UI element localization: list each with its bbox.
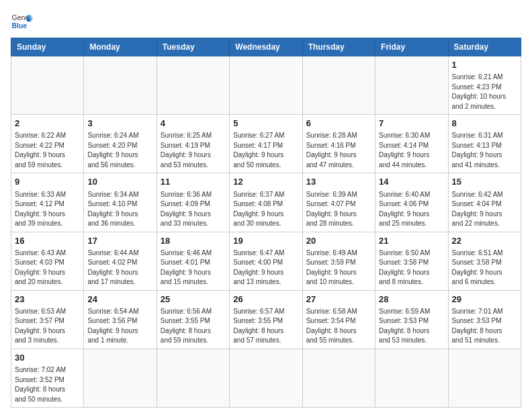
day-info: Sunrise: 6:44 AM Sunset: 4:02 PM Dayligh… bbox=[87, 248, 152, 287]
calendar-cell bbox=[11, 56, 84, 115]
calendar-cell: 27Sunrise: 6:58 AM Sunset: 3:54 PM Dayli… bbox=[302, 290, 375, 349]
weekday-header-saturday: Saturday bbox=[448, 38, 521, 56]
day-number: 13 bbox=[306, 176, 371, 188]
calendar-week-row: 2Sunrise: 6:22 AM Sunset: 4:22 PM Daylig… bbox=[11, 115, 521, 173]
day-info: Sunrise: 6:57 AM Sunset: 3:55 PM Dayligh… bbox=[233, 307, 298, 346]
day-number: 19 bbox=[233, 235, 298, 247]
day-number: 7 bbox=[379, 118, 444, 130]
calendar-cell: 5Sunrise: 6:27 AM Sunset: 4:17 PM Daylig… bbox=[230, 115, 302, 173]
calendar-cell bbox=[375, 349, 448, 407]
day-number: 24 bbox=[87, 293, 152, 306]
calendar-cell: 6Sunrise: 6:28 AM Sunset: 4:16 PM Daylig… bbox=[302, 115, 375, 173]
day-number: 23 bbox=[15, 293, 80, 306]
day-info: Sunrise: 7:01 AM Sunset: 3:53 PM Dayligh… bbox=[452, 307, 517, 346]
day-info: Sunrise: 6:33 AM Sunset: 4:12 PM Dayligh… bbox=[15, 190, 80, 229]
calendar-cell: 4Sunrise: 6:25 AM Sunset: 4:19 PM Daylig… bbox=[157, 115, 229, 173]
calendar-cell: 9Sunrise: 6:33 AM Sunset: 4:12 PM Daylig… bbox=[11, 173, 84, 232]
calendar-cell bbox=[448, 349, 521, 407]
calendar-week-row: 30Sunrise: 7:02 AM Sunset: 3:52 PM Dayli… bbox=[11, 349, 521, 407]
page-header: General Blue bbox=[11, 11, 521, 32]
weekday-header-monday: Monday bbox=[84, 38, 157, 56]
calendar-cell bbox=[84, 56, 157, 115]
day-number: 14 bbox=[379, 176, 444, 188]
calendar-cell: 25Sunrise: 6:56 AM Sunset: 3:55 PM Dayli… bbox=[157, 290, 229, 349]
day-info: Sunrise: 6:22 AM Sunset: 4:22 PM Dayligh… bbox=[15, 131, 80, 170]
day-number: 10 bbox=[87, 176, 152, 188]
calendar-cell: 13Sunrise: 6:39 AM Sunset: 4:07 PM Dayli… bbox=[302, 173, 375, 232]
day-info: Sunrise: 6:37 AM Sunset: 4:08 PM Dayligh… bbox=[233, 190, 298, 229]
calendar-cell bbox=[302, 56, 375, 115]
weekday-header-friday: Friday bbox=[375, 38, 448, 56]
day-number: 30 bbox=[15, 352, 80, 364]
calendar-cell: 14Sunrise: 6:40 AM Sunset: 4:06 PM Dayli… bbox=[375, 173, 448, 232]
day-info: Sunrise: 6:24 AM Sunset: 4:20 PM Dayligh… bbox=[87, 131, 152, 170]
logo-icon: General Blue bbox=[11, 11, 32, 32]
day-number: 9 bbox=[15, 176, 80, 188]
day-info: Sunrise: 6:21 AM Sunset: 4:23 PM Dayligh… bbox=[452, 73, 517, 111]
calendar-cell bbox=[230, 349, 302, 407]
day-number: 17 bbox=[87, 235, 152, 247]
calendar-cell: 20Sunrise: 6:49 AM Sunset: 3:59 PM Dayli… bbox=[302, 232, 375, 290]
calendar-cell: 1Sunrise: 6:21 AM Sunset: 4:23 PM Daylig… bbox=[448, 56, 521, 115]
calendar-cell: 19Sunrise: 6:47 AM Sunset: 4:00 PM Dayli… bbox=[230, 232, 302, 290]
calendar-cell: 10Sunrise: 6:34 AM Sunset: 4:10 PM Dayli… bbox=[84, 173, 157, 232]
day-info: Sunrise: 6:54 AM Sunset: 3:56 PM Dayligh… bbox=[87, 307, 152, 346]
calendar-cell: 30Sunrise: 7:02 AM Sunset: 3:52 PM Dayli… bbox=[11, 349, 84, 407]
day-number: 29 bbox=[452, 293, 517, 306]
calendar-cell: 7Sunrise: 6:30 AM Sunset: 4:14 PM Daylig… bbox=[375, 115, 448, 173]
day-info: Sunrise: 6:43 AM Sunset: 4:03 PM Dayligh… bbox=[15, 248, 80, 287]
calendar-cell: 22Sunrise: 6:51 AM Sunset: 3:58 PM Dayli… bbox=[448, 232, 521, 290]
day-info: Sunrise: 6:50 AM Sunset: 3:58 PM Dayligh… bbox=[379, 248, 444, 287]
day-number: 25 bbox=[161, 293, 226, 306]
day-info: Sunrise: 7:02 AM Sunset: 3:52 PM Dayligh… bbox=[15, 365, 80, 404]
calendar-cell: 2Sunrise: 6:22 AM Sunset: 4:22 PM Daylig… bbox=[11, 115, 84, 173]
day-info: Sunrise: 6:30 AM Sunset: 4:14 PM Dayligh… bbox=[379, 131, 444, 170]
calendar-cell: 21Sunrise: 6:50 AM Sunset: 3:58 PM Dayli… bbox=[375, 232, 448, 290]
day-info: Sunrise: 6:47 AM Sunset: 4:00 PM Dayligh… bbox=[233, 248, 298, 287]
day-number: 26 bbox=[233, 293, 298, 306]
svg-text:Blue: Blue bbox=[12, 22, 28, 30]
calendar-cell bbox=[84, 349, 157, 407]
calendar-week-row: 23Sunrise: 6:53 AM Sunset: 3:57 PM Dayli… bbox=[11, 290, 521, 349]
calendar-cell bbox=[157, 56, 229, 115]
day-info: Sunrise: 6:25 AM Sunset: 4:19 PM Dayligh… bbox=[161, 131, 226, 170]
day-info: Sunrise: 6:34 AM Sunset: 4:10 PM Dayligh… bbox=[87, 190, 152, 229]
day-number: 21 bbox=[379, 235, 444, 247]
day-info: Sunrise: 6:56 AM Sunset: 3:55 PM Dayligh… bbox=[161, 307, 226, 346]
calendar-body: 1Sunrise: 6:21 AM Sunset: 4:23 PM Daylig… bbox=[11, 56, 521, 408]
day-info: Sunrise: 6:40 AM Sunset: 4:06 PM Dayligh… bbox=[379, 190, 444, 229]
calendar-cell: 12Sunrise: 6:37 AM Sunset: 4:08 PM Dayli… bbox=[230, 173, 302, 232]
calendar-cell: 23Sunrise: 6:53 AM Sunset: 3:57 PM Dayli… bbox=[11, 290, 84, 349]
day-number: 2 bbox=[15, 118, 80, 130]
calendar-week-row: 1Sunrise: 6:21 AM Sunset: 4:23 PM Daylig… bbox=[11, 56, 521, 115]
calendar-cell: 3Sunrise: 6:24 AM Sunset: 4:20 PM Daylig… bbox=[84, 115, 157, 173]
calendar-cell: 26Sunrise: 6:57 AM Sunset: 3:55 PM Dayli… bbox=[230, 290, 302, 349]
day-number: 28 bbox=[379, 293, 444, 306]
day-info: Sunrise: 6:27 AM Sunset: 4:17 PM Dayligh… bbox=[233, 131, 298, 170]
day-info: Sunrise: 6:58 AM Sunset: 3:54 PM Dayligh… bbox=[306, 307, 371, 346]
day-number: 1 bbox=[452, 59, 517, 71]
day-info: Sunrise: 6:28 AM Sunset: 4:16 PM Dayligh… bbox=[306, 131, 371, 170]
day-number: 3 bbox=[87, 118, 152, 130]
calendar-week-row: 9Sunrise: 6:33 AM Sunset: 4:12 PM Daylig… bbox=[11, 173, 521, 232]
calendar-cell: 16Sunrise: 6:43 AM Sunset: 4:03 PM Dayli… bbox=[11, 232, 84, 290]
day-info: Sunrise: 6:39 AM Sunset: 4:07 PM Dayligh… bbox=[306, 190, 371, 229]
calendar-cell: 17Sunrise: 6:44 AM Sunset: 4:02 PM Dayli… bbox=[84, 232, 157, 290]
weekday-header-thursday: Thursday bbox=[302, 38, 375, 56]
day-info: Sunrise: 6:46 AM Sunset: 4:01 PM Dayligh… bbox=[161, 248, 226, 287]
logo: General Blue bbox=[11, 11, 32, 32]
day-info: Sunrise: 6:49 AM Sunset: 3:59 PM Dayligh… bbox=[306, 248, 371, 287]
calendar-table: SundayMondayTuesdayWednesdayThursdayFrid… bbox=[11, 38, 521, 408]
day-number: 8 bbox=[452, 118, 517, 130]
calendar-cell bbox=[375, 56, 448, 115]
day-info: Sunrise: 6:31 AM Sunset: 4:13 PM Dayligh… bbox=[452, 131, 517, 170]
calendar-cell: 15Sunrise: 6:42 AM Sunset: 4:04 PM Dayli… bbox=[448, 173, 521, 232]
day-number: 16 bbox=[15, 235, 80, 247]
weekday-header-sunday: Sunday bbox=[11, 38, 84, 56]
calendar-header: SundayMondayTuesdayWednesdayThursdayFrid… bbox=[11, 38, 521, 56]
day-number: 18 bbox=[161, 235, 226, 247]
calendar-week-row: 16Sunrise: 6:43 AM Sunset: 4:03 PM Dayli… bbox=[11, 232, 521, 290]
day-number: 11 bbox=[161, 176, 226, 188]
day-number: 12 bbox=[233, 176, 298, 188]
calendar-cell: 8Sunrise: 6:31 AM Sunset: 4:13 PM Daylig… bbox=[448, 115, 521, 173]
